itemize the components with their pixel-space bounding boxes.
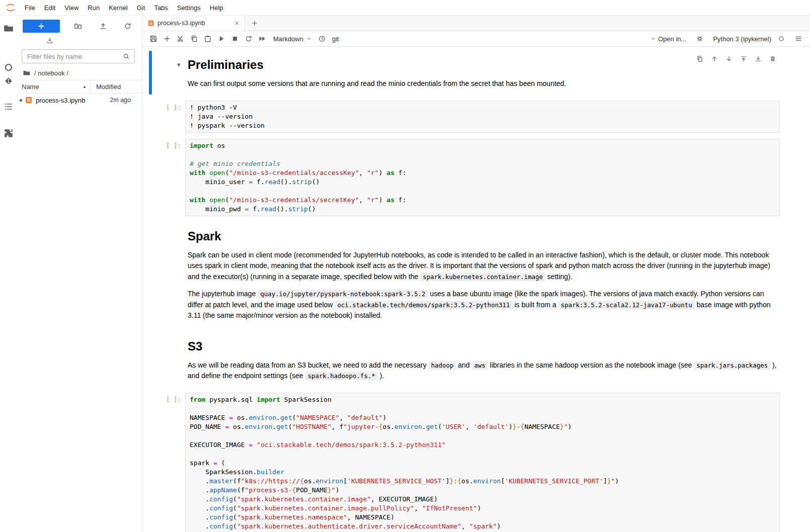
markdown-body[interactable]: S3As we will be reading data from an S3 … [185, 339, 780, 387]
toolbar-menu-button[interactable] [791, 32, 805, 45]
menu-item-file[interactable]: File [20, 2, 40, 14]
execution-count [152, 332, 185, 387]
plus-icon [163, 35, 171, 43]
cut-icon [177, 35, 185, 43]
markdown-body[interactable]: SparkSpark can be used in client mode (r… [185, 229, 780, 326]
refresh-button[interactable] [121, 20, 135, 33]
new-folder-button[interactable] [71, 20, 85, 33]
execution-count: [ ]: [152, 101, 185, 133]
run-icon [217, 35, 225, 43]
cell-toolbar [694, 53, 779, 65]
upload-button[interactable] [96, 20, 110, 33]
paste-button[interactable] [201, 32, 214, 45]
plus-icon [251, 20, 258, 27]
inline-code: spark.hadoopo.fs.* [305, 372, 378, 380]
menu-item-help[interactable]: Help [205, 2, 228, 14]
code-editor[interactable]: import os # get minio credentialswith op… [185, 139, 780, 216]
restart-run-all-button[interactable] [255, 32, 269, 45]
menu-item-kernel[interactable]: Kernel [104, 2, 132, 14]
insert-above-button[interactable] [738, 53, 750, 65]
sidebar-tab-running[interactable] [2, 60, 15, 74]
notebook-toolbar: Markdown git Open in... [142, 31, 810, 47]
menu-item-edit[interactable]: Edit [40, 2, 60, 14]
copy-button[interactable] [187, 32, 201, 45]
menu-item-tabs[interactable]: Tabs [149, 2, 172, 14]
new-launcher-button[interactable] [23, 20, 60, 33]
save-button[interactable] [146, 32, 160, 45]
code-cell[interactable]: [ ]:import os # get minio credentialswit… [149, 139, 780, 216]
menu-bar: File Edit View Run Kernel Git Tabs Setti… [0, 0, 810, 16]
plus-icon [37, 22, 45, 30]
stop-icon [231, 35, 239, 43]
delete-button[interactable] [767, 53, 779, 65]
filter-files-input[interactable] [22, 49, 135, 63]
column-name-label: Name [22, 83, 39, 91]
open-in-label: Open in... [658, 35, 686, 43]
interrupt-button[interactable] [228, 32, 241, 45]
delete-icon [769, 55, 776, 62]
extensions-icon [4, 128, 14, 138]
column-header-name[interactable]: Name ▲ [17, 83, 91, 91]
file-item[interactable]: process-s3.ipynb 2m ago [17, 94, 142, 107]
run-button[interactable] [214, 32, 228, 45]
markdown-body[interactable]: ▾PreliminariesWe can first output some v… [185, 58, 780, 95]
checkpoint-diff-button[interactable] [315, 32, 329, 45]
restart-button[interactable] [241, 32, 255, 45]
insert-below-button[interactable] [752, 53, 764, 65]
git-icon [4, 76, 14, 86]
breadcrumb[interactable]: / notebook / [17, 66, 142, 80]
code-editor[interactable]: ! python3 -V! java --version! pyspark --… [185, 101, 780, 133]
menu-item-view[interactable]: View [60, 2, 83, 14]
search-icon [123, 53, 130, 60]
sidebar-tab-git[interactable] [2, 74, 15, 87]
column-header-modified[interactable]: Modified [91, 80, 142, 93]
insert-below-icon [755, 55, 762, 62]
heading-collapser-icon[interactable]: ▾ [177, 61, 181, 68]
gear-button[interactable] [693, 32, 706, 45]
refresh-icon [124, 22, 132, 30]
running-icon [4, 62, 14, 72]
file-listing-header: Name ▲ Modified [17, 80, 142, 94]
cut-button[interactable] [174, 32, 187, 45]
hamburger-icon [794, 35, 802, 43]
save-icon [149, 35, 157, 43]
cell-type-dropdown[interactable]: Markdown [273, 35, 312, 43]
new-folder-icon [74, 22, 82, 30]
clock-icon [318, 35, 326, 43]
jupyter-logo [5, 2, 16, 13]
cell-type-label: Markdown [273, 35, 303, 43]
menu-item-run[interactable]: Run [83, 2, 104, 14]
menu-item-git[interactable]: Git [132, 2, 150, 14]
markdown-cell[interactable]: ▾PreliminariesWe can first output some v… [149, 51, 780, 95]
code-cell[interactable]: [ ]:from pyspark.sql import SparkSession… [149, 393, 780, 532]
filter-box [17, 45, 142, 66]
kernel-name-button[interactable]: Python 3 (ipykernel) [713, 35, 771, 43]
sidebar-tab-extensions[interactable] [2, 126, 15, 140]
code-editor[interactable]: from pyspark.sql import SparkSession NAM… [185, 393, 780, 532]
new-tab-button[interactable] [248, 16, 262, 31]
open-in-dropdown[interactable]: Open in... [650, 35, 686, 43]
duplicate-button[interactable] [694, 53, 706, 65]
move-down-button[interactable] [723, 53, 735, 65]
tab-bar: process-s3.ipynb [142, 16, 810, 31]
inline-code: spark:3.5.2-scala2.12-java17-ubuntu [558, 301, 695, 309]
tab-process-s3[interactable]: process-s3.ipynb [142, 16, 245, 31]
menu-item-settings[interactable]: Settings [173, 2, 205, 14]
markdown-heading: S3 [188, 339, 777, 353]
git-diff-button[interactable]: git [329, 32, 342, 45]
code-cell[interactable]: [ ]:! python3 -V! java --version! pyspar… [149, 101, 780, 133]
inline-code: aws [472, 361, 488, 370]
copy-icon [190, 35, 198, 43]
execution-count: [ ]: [152, 139, 185, 216]
sidebar-tab-toc[interactable] [2, 100, 15, 113]
file-name: process-s3.ipynb [36, 97, 92, 104]
close-tab-button[interactable] [232, 19, 241, 28]
markdown-cell[interactable]: SparkSpark can be used in client mode (r… [149, 222, 780, 326]
sidebar-tab-file-browser[interactable] [2, 21, 15, 35]
move-up-button[interactable] [708, 53, 720, 65]
markdown-cell[interactable]: S3As we will be reading data from an S3 … [149, 332, 780, 387]
file-browser-toolbar-row2 [17, 33, 142, 45]
file-modified: 2m ago [92, 97, 142, 104]
insert-cell-button[interactable] [160, 32, 174, 45]
git-diff-label: git [332, 35, 339, 43]
